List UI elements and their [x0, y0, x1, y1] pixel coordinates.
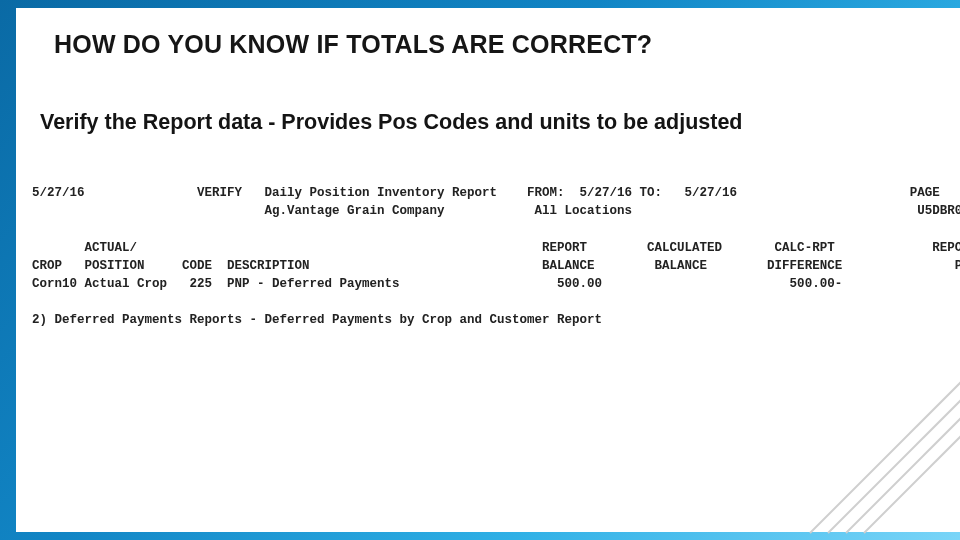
report-columns-line2: CROP POSITION CODE DESCRIPTION BALANCE B…: [32, 259, 960, 273]
report-printout: 5/27/16 VERIFY Daily Position Inventory …: [32, 166, 944, 347]
report-columns-line1: ACTUAL/ REPORT CALCULATED CALC-RPT REPOR…: [32, 241, 960, 255]
page-title: HOW DO YOU KNOW IF TOTALS ARE CORRECT?: [54, 30, 652, 59]
subtitle: Verify the Report data - Provides Pos Co…: [40, 110, 742, 135]
report-row-1: Corn10 Actual Crop 225 PNP - Deferred Pa…: [32, 277, 960, 291]
report-header-line2: Ag.Vantage Grain Company All Locations U…: [32, 204, 960, 218]
slide: HOW DO YOU KNOW IF TOTALS ARE CORRECT? V…: [16, 8, 960, 532]
report-header-line1: 5/27/16 VERIFY Daily Position Inventory …: [32, 186, 960, 200]
report-footer-note: 2) Deferred Payments Reports - Deferred …: [32, 313, 602, 327]
corner-diagonal-decoration: [800, 372, 960, 532]
